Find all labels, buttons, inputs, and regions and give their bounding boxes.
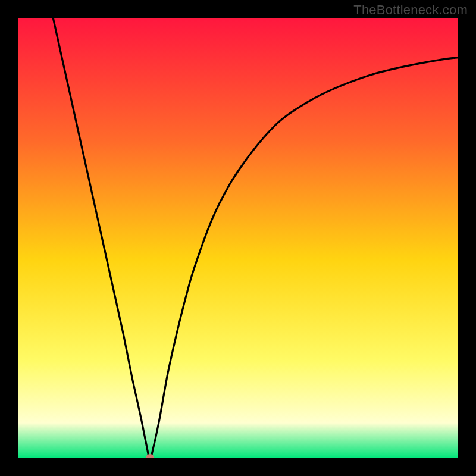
chart-stage: TheBottleneck.com bbox=[0, 0, 476, 476]
watermark-text: TheBottleneck.com bbox=[353, 2, 468, 18]
minimum-dot bbox=[146, 454, 154, 462]
plot-background bbox=[18, 18, 458, 458]
bottleneck-chart bbox=[0, 0, 476, 476]
